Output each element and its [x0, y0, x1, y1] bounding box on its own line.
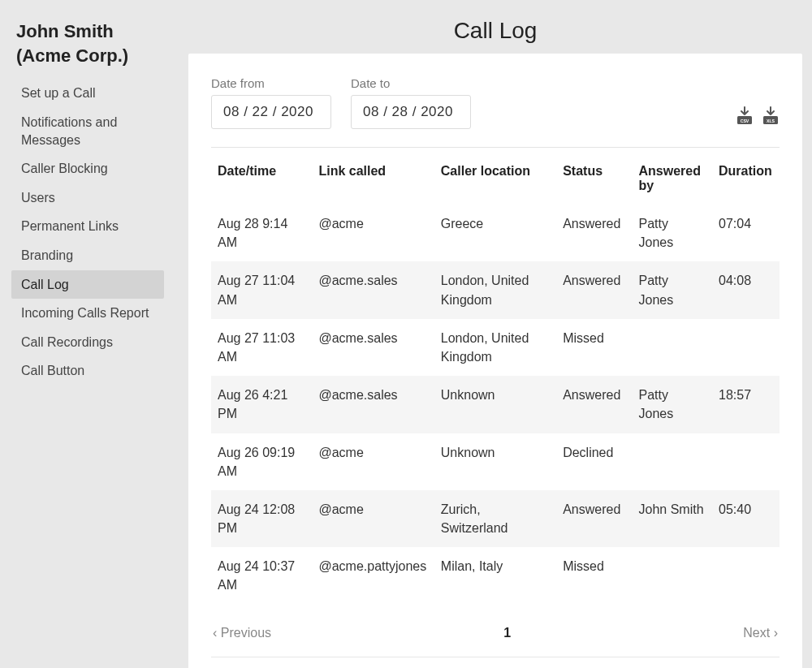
date-from-field: Date from: [211, 76, 331, 129]
svg-text:CSV: CSV: [741, 119, 749, 123]
call-log-table: Date/time Link called Caller location St…: [211, 153, 780, 605]
sidebar-item-branding[interactable]: Branding: [11, 241, 164, 270]
table-row: Aug 26 09:19 AM@acmeUnknownDeclined: [211, 433, 780, 490]
cell-status: Declined: [556, 433, 632, 490]
cell-status: Answered: [556, 376, 632, 433]
cell-datetime: Aug 28 9:14 AM: [211, 205, 312, 261]
sidebar-item-notifications-and-messages[interactable]: Notifications and Messages: [11, 108, 164, 154]
cell-duration: 04:08: [712, 261, 780, 318]
cell-location: London, United Kingdom: [434, 319, 556, 376]
main: Call Log Date from Date to CSV: [188, 0, 812, 668]
cell-datetime: Aug 24 10:37 AM: [211, 547, 312, 604]
cell-answered_by: John Smith: [632, 490, 712, 547]
cell-duration: [712, 547, 780, 604]
pagination-prev[interactable]: ‹ Previous: [213, 626, 271, 640]
cell-link: @acme: [312, 205, 434, 261]
cell-location: Unknown: [434, 433, 556, 490]
sidebar-nav: Set up a CallNotifications and MessagesC…: [0, 79, 188, 386]
cell-duration: [712, 433, 780, 490]
date-to-input[interactable]: [351, 95, 471, 129]
col-link: Link called: [312, 153, 434, 205]
cell-link: @acme.sales: [312, 261, 434, 318]
cell-location: Greece: [434, 205, 556, 261]
cell-answered_by: [632, 319, 712, 376]
col-status: Status: [556, 153, 632, 205]
cell-duration: [712, 319, 780, 376]
cell-answered_by: Patty Jones: [632, 205, 712, 261]
cell-datetime: Aug 26 09:19 AM: [211, 433, 312, 490]
col-location: Caller location: [434, 153, 556, 205]
pagination-next[interactable]: Next ›: [743, 626, 778, 640]
cell-duration: 07:04: [712, 205, 780, 261]
cell-duration: 05:40: [712, 490, 780, 547]
sidebar: John Smith (Acme Corp.) Set up a CallNot…: [0, 0, 188, 668]
table-row: Aug 24 10:37 AM@acme.pattyjonesMilan, It…: [211, 547, 780, 604]
cell-answered_by: Patty Jones: [632, 261, 712, 318]
cell-status: Missed: [556, 547, 632, 604]
date-to-label: Date to: [351, 76, 471, 90]
pagination: ‹ Previous 1 Next ›: [211, 605, 780, 657]
cell-location: Unknown: [434, 376, 556, 433]
cell-datetime: Aug 24 12:08 PM: [211, 490, 312, 547]
pagination-page: 1: [503, 626, 511, 640]
cell-answered_by: Patty Jones: [632, 376, 712, 433]
col-duration: Duration: [712, 153, 780, 205]
download-csv-icon[interactable]: CSV: [736, 106, 754, 126]
date-from-label: Date from: [211, 76, 331, 90]
page-title: Call Log: [188, 0, 802, 54]
table-row: Aug 26 4:21 PM@acme.salesUnknownAnswered…: [211, 376, 780, 433]
cell-datetime: Aug 27 11:04 AM: [211, 261, 312, 318]
sidebar-item-incoming-calls-report[interactable]: Incoming Calls Report: [11, 299, 164, 328]
cell-answered_by: [632, 433, 712, 490]
cell-status: Answered: [556, 261, 632, 318]
cell-answered_by: [632, 547, 712, 604]
table-row: Aug 27 11:03 AM@acme.salesLondon, United…: [211, 319, 780, 376]
table-row: Aug 27 11:04 AM@acme.salesLondon, United…: [211, 261, 780, 318]
sidebar-item-call-recordings[interactable]: Call Recordings: [11, 328, 164, 357]
filters-row: Date from Date to CSV: [211, 76, 780, 148]
table-row: Aug 24 12:08 PM@acmeZurich, SwitzerlandA…: [211, 490, 780, 547]
col-datetime: Date/time: [211, 153, 312, 205]
cell-location: London, United Kingdom: [434, 261, 556, 318]
sidebar-item-call-button[interactable]: Call Button: [11, 356, 164, 386]
cell-link: @acme: [312, 433, 434, 490]
cell-datetime: Aug 27 11:03 AM: [211, 319, 312, 376]
date-to-field: Date to: [351, 76, 471, 129]
cell-status: Answered: [556, 490, 632, 547]
account-title: John Smith (Acme Corp.): [0, 19, 188, 74]
cell-link: @acme.pattyjones: [312, 547, 434, 604]
cell-link: @acme: [312, 490, 434, 547]
cell-duration: 18:57: [712, 376, 780, 433]
sidebar-item-set-up-a-call[interactable]: Set up a Call: [11, 79, 164, 108]
sidebar-item-caller-blocking[interactable]: Caller Blocking: [11, 154, 164, 183]
date-from-input[interactable]: [211, 95, 331, 129]
sidebar-item-users[interactable]: Users: [11, 183, 164, 213]
cell-link: @acme.sales: [312, 319, 434, 376]
cell-link: @acme.sales: [312, 376, 434, 433]
cell-status: Answered: [556, 205, 632, 261]
sidebar-item-permanent-links[interactable]: Permanent Links: [11, 212, 164, 241]
cell-location: Milan, Italy: [434, 547, 556, 604]
call-log-card: Date from Date to CSV: [188, 54, 802, 668]
cell-location: Zurich, Switzerland: [434, 490, 556, 547]
download-icons: CSV XLS: [736, 106, 780, 129]
cell-status: Missed: [556, 319, 632, 376]
svg-text:XLS: XLS: [767, 119, 775, 123]
download-xls-icon[interactable]: XLS: [762, 106, 780, 126]
col-answered-by: Answered by: [632, 153, 712, 205]
table-row: Aug 28 9:14 AM@acmeGreeceAnsweredPatty J…: [211, 205, 780, 261]
cell-datetime: Aug 26 4:21 PM: [211, 376, 312, 433]
sidebar-item-call-log[interactable]: Call Log: [11, 270, 164, 300]
